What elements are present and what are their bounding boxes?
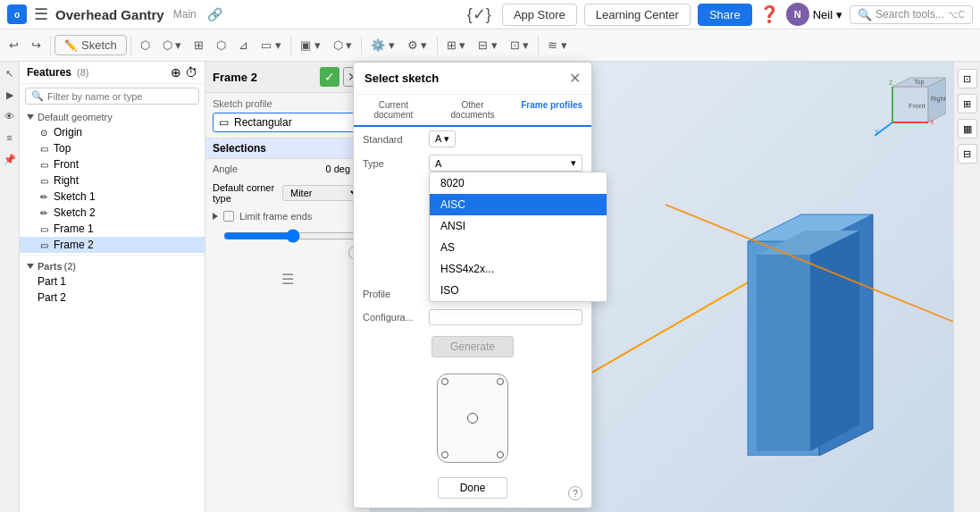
tb-tool-9[interactable]: ⚙️ ▾ [365, 35, 400, 55]
parts-header[interactable]: Parts (2) [20, 259, 205, 273]
limit-frame-checkbox[interactable] [223, 211, 234, 222]
overrides-expand-icon[interactable] [213, 213, 218, 220]
done-button[interactable]: Done [438, 477, 508, 499]
preview-section [354, 365, 591, 472]
tb-tool-3[interactable]: ⊞ [188, 35, 209, 55]
search-label: Search tools... [875, 8, 944, 21]
features-filter-bar: 🔍 [25, 88, 199, 105]
modal-header: Select sketch ✕ [354, 63, 591, 95]
undo-button[interactable]: ↩ [4, 35, 24, 55]
part-item-2[interactable]: Part 2 [20, 290, 205, 306]
selections-label[interactable]: Selections [205, 138, 370, 159]
app-store-button[interactable]: App Store [502, 4, 577, 26]
share-button[interactable]: Share [698, 4, 752, 26]
learning-center-button[interactable]: Learning Center [584, 4, 691, 26]
tb-tool-7[interactable]: ▣ ▾ [295, 35, 326, 55]
rs-btn-1[interactable]: ⊡ [958, 69, 977, 88]
features-time-icon[interactable]: ⏱ [185, 65, 197, 80]
user-menu[interactable]: N Neil ▾ [786, 3, 842, 26]
rs-btn-4[interactable]: ⊟ [958, 144, 977, 164]
tb-tool-10[interactable]: ⚙ ▾ [402, 35, 433, 55]
sketch-profile-value: Rectangular [234, 116, 292, 129]
feature-label-top: Top [54, 142, 71, 155]
rs-btn-2[interactable]: ⊞ [958, 94, 977, 113]
dropdown-item-as[interactable]: AS [430, 237, 607, 258]
left-icon-pin[interactable]: 📌 [2, 151, 18, 167]
plane-front-icon: ▭ [38, 158, 50, 171]
tb-tool-4[interactable]: ⬡ [211, 35, 231, 55]
angle-row: Angle 0 deg ✏ [205, 159, 370, 179]
type-value: A [435, 158, 441, 169]
feature-item-right[interactable]: ▭ Right [20, 172, 205, 189]
tb-tool-8[interactable]: ⬡ ▾ [328, 35, 358, 55]
dropdown-item-8020[interactable]: 8020 [430, 172, 607, 194]
tb-tool-1[interactable]: ⬡ [135, 35, 155, 55]
features-header: Features (8) ⊕ ⏱ [20, 62, 205, 84]
corner-type-select[interactable]: Miter Butt Coped Miter [282, 185, 363, 201]
limit-frame-label: Limit frame ends [239, 211, 312, 222]
feature-item-origin[interactable]: ⊙ Origin [20, 124, 205, 140]
left-icon-cursor[interactable]: ↖ [2, 65, 18, 81]
features-filter-input[interactable] [47, 91, 193, 102]
type-dropdown-container: A ▾ 8020 AISC ANSI AS HSS4x2x... ISO [429, 155, 582, 172]
hamburger-menu-icon[interactable]: ☰ [34, 4, 48, 24]
tb-tool-5[interactable]: ⊿ [233, 35, 254, 55]
type-dropdown[interactable]: A ▾ [429, 155, 582, 172]
standard-dropdown[interactable]: A ▾ [429, 130, 456, 147]
features-panel: Features (8) ⊕ ⏱ 🔍 Default geometry ⊙ Or… [20, 62, 205, 512]
dropdown-item-hss4x2x[interactable]: HSS4x2x... [430, 258, 607, 280]
frame-slider[interactable] [223, 229, 363, 243]
feature-item-sketch2[interactable]: ✏ Sketch 2 [20, 205, 205, 221]
tb-tool-14[interactable]: ≋ ▾ [542, 35, 573, 55]
configuration-input[interactable] [429, 309, 582, 325]
validate-icon[interactable]: {✓} [467, 4, 491, 24]
svg-text:Top: Top [914, 79, 924, 86]
modal-help-icon[interactable]: ? [568, 486, 582, 500]
corner-dot-tr [497, 378, 504, 385]
tb-tool-12[interactable]: ⊟ ▾ [473, 35, 503, 55]
corner-dot-br [497, 451, 504, 458]
bottom-icon-row: ☰ [205, 271, 370, 288]
tab-current-document[interactable]: Currentdocument [354, 95, 433, 125]
feature-item-front[interactable]: ▭ Front [20, 156, 205, 172]
sketch-profile-input[interactable]: ▭ Rectangular [213, 113, 363, 132]
redo-button[interactable]: ↪ [26, 35, 46, 55]
part-item-1[interactable]: Part 1 [20, 273, 205, 290]
help-icon[interactable]: ❓ [759, 4, 779, 24]
tb-tool-2[interactable]: ⬡ ▾ [157, 35, 188, 55]
generate-section: Generate [354, 329, 591, 365]
main-toolbar: ↩ ↪ ✏️ Sketch ⬡ ⬡ ▾ ⊞ ⬡ ⊿ ▭ ▾ ▣ ▾ ⬡ ▾ ⚙️… [0, 29, 980, 62]
feature-item-top[interactable]: ▭ Top [20, 140, 205, 156]
dropdown-item-iso[interactable]: ISO [430, 280, 607, 301]
left-icon-arrow[interactable]: ▶ [2, 87, 18, 103]
feature-item-sketch1[interactable]: ✏ Sketch 1 [20, 189, 205, 205]
svg-marker-15 [757, 255, 810, 451]
tab-other-documents[interactable]: Otherdocuments [433, 95, 513, 125]
tab-frame-profiles[interactable]: Frame profiles [512, 95, 591, 127]
search-icon: 🔍 [858, 8, 872, 21]
generate-button[interactable]: Generate [431, 336, 514, 357]
frame-panel-ok-button[interactable]: ✓ [320, 67, 339, 87]
default-geometry-header[interactable]: Default geometry [20, 110, 205, 124]
dropdown-item-aisc[interactable]: AISC [430, 194, 607, 215]
user-dropdown-icon: ▾ [836, 8, 842, 21]
sketch-button[interactable]: ✏️ Sketch [54, 35, 127, 55]
features-add-icon[interactable]: ⊕ [171, 65, 181, 80]
tb-tool-13[interactable]: ⊡ ▾ [505, 35, 535, 55]
feature-label-frame2: Frame 2 [54, 239, 94, 251]
left-icon-eye[interactable]: 👁 [2, 108, 18, 124]
view-cube[interactable]: Front Top Right Y X Z [875, 69, 946, 140]
parts-collapse-icon [27, 264, 34, 269]
dropdown-item-ansi[interactable]: ANSI [430, 215, 607, 237]
sketch1-icon: ✏ [38, 190, 50, 203]
tb-tool-11[interactable]: ⊞ ▾ [441, 35, 472, 55]
feature-item-frame1[interactable]: ▭ Frame 1 [20, 221, 205, 237]
rs-btn-3[interactable]: ▦ [958, 119, 977, 138]
plane-top-icon: ▭ [38, 142, 50, 155]
left-icon-layers[interactable]: ≡ [2, 130, 18, 146]
collapse-icon [27, 114, 34, 120]
modal-title: Select sketch [364, 71, 569, 85]
feature-item-frame2[interactable]: ▭ Frame 2 [20, 237, 205, 253]
modal-close-button[interactable]: ✕ [569, 70, 581, 87]
tb-tool-6[interactable]: ▭ ▾ [255, 35, 287, 55]
